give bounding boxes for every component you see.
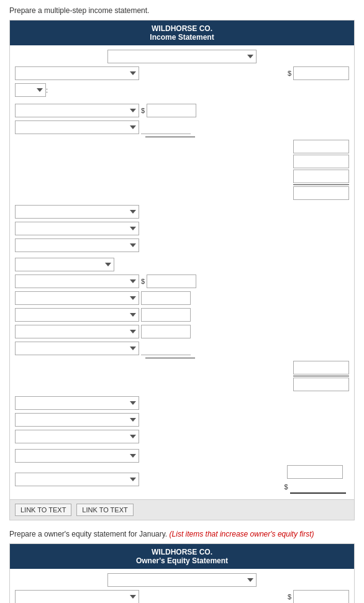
select-row6[interactable] <box>15 222 139 235</box>
row-16 <box>15 429 349 444</box>
right-input-5[interactable] <box>293 361 349 374</box>
select-row13[interactable] <box>15 342 139 355</box>
select-row7[interactable] <box>15 238 139 252</box>
select-row1[interactable] <box>15 66 139 80</box>
income-statement-buttons: LINK TO TEXT LINK TO TEXT <box>10 499 354 520</box>
row-9: $ <box>15 274 349 289</box>
select-row8[interactable] <box>15 258 114 271</box>
link-to-text-btn-1[interactable]: LINK TO TEXT <box>15 504 71 516</box>
row-4 <box>15 120 349 135</box>
row-12 <box>15 324 349 339</box>
header-period-row <box>15 49 349 64</box>
equity-period-dropdown[interactable] <box>107 573 257 587</box>
dollar-row9: $ <box>141 278 145 285</box>
right-input-1[interactable] <box>293 140 349 153</box>
row-3: $ <box>15 103 349 118</box>
equity-header-period-row <box>15 573 349 587</box>
input-row11[interactable] <box>141 308 191 322</box>
select-row15[interactable] <box>15 413 139 427</box>
eq-dollar-row1: $ <box>288 593 291 601</box>
instruction-2: Prepare a owner's equity statement for J… <box>9 530 355 538</box>
select-row9[interactable] <box>15 274 139 288</box>
select-row10[interactable] <box>15 291 139 305</box>
input-row3[interactable] <box>147 104 196 117</box>
row-17 <box>15 448 349 463</box>
divider-row4 <box>15 137 349 137</box>
select-row5[interactable] <box>15 205 139 219</box>
eq-select-row1[interactable] <box>15 590 139 603</box>
input-row12[interactable] <box>141 325 191 338</box>
dollar-row3: $ <box>141 107 145 114</box>
right-input-3[interactable] <box>293 170 349 183</box>
input-row13[interactable] <box>141 342 191 355</box>
row-8 <box>15 257 349 272</box>
right-input-8[interactable] <box>290 480 346 494</box>
row-18: $ <box>15 465 349 494</box>
eq-input-row1[interactable] <box>293 590 349 603</box>
colon-row2: : <box>46 86 48 94</box>
eq-row-1: $ <box>15 589 349 603</box>
row-15 <box>15 412 349 427</box>
row-5 <box>15 204 349 219</box>
select-narrow-row2[interactable] <box>15 83 46 97</box>
input-row1[interactable] <box>293 66 349 80</box>
row-11 <box>15 307 349 322</box>
dollar-row1: $ <box>288 70 291 77</box>
right-stack-2 <box>15 361 349 391</box>
income-statement-header: WILDHORSE CO. Income Statement <box>10 20 354 45</box>
select-row18[interactable] <box>15 473 139 486</box>
instruction-1: Prepare a multiple-step income statement… <box>9 6 355 15</box>
select-row17[interactable] <box>15 449 139 463</box>
equity-statement-title: Owner's Equity Statement <box>15 556 349 565</box>
equity-statement-box: WILDHORSE CO. Owner's Equity Statement $ <box>9 543 355 603</box>
right-input-2[interactable] <box>293 155 349 168</box>
divider-mid <box>15 358 349 358</box>
row-7 <box>15 238 349 253</box>
select-row3[interactable] <box>15 104 139 117</box>
select-row14[interactable] <box>15 396 139 410</box>
right-input-7[interactable] <box>287 465 343 479</box>
right-input-4[interactable] <box>293 186 349 200</box>
right-stack-section <box>15 140 349 200</box>
equity-company-name: WILDHORSE CO. <box>15 548 349 556</box>
instruction-2-highlight: (List items that increase owner's equity… <box>170 530 314 538</box>
select-row4[interactable] <box>15 120 139 134</box>
right-input-6[interactable] <box>293 378 349 391</box>
link-to-text-btn-2[interactable]: LINK TO TEXT <box>76 504 133 516</box>
select-row16[interactable] <box>15 430 139 443</box>
input-row9[interactable] <box>147 274 196 288</box>
row-10 <box>15 291 349 306</box>
input-row10[interactable] <box>141 291 191 305</box>
equity-statement-header: WILDHORSE CO. Owner's Equity Statement <box>10 544 354 569</box>
row-1: $ <box>15 66 349 81</box>
period-dropdown[interactable] <box>107 50 257 63</box>
row-14 <box>15 396 349 410</box>
income-statement-box: WILDHORSE CO. Income Statement $ <box>9 20 355 520</box>
company-name: WILDHORSE CO. <box>15 24 349 33</box>
row-6 <box>15 221 349 236</box>
dollar-row18: $ <box>284 483 288 491</box>
select-row11[interactable] <box>15 308 139 322</box>
row-2: : <box>15 83 349 97</box>
select-row12[interactable] <box>15 325 139 338</box>
statement-title: Income Statement <box>15 33 349 42</box>
row-13 <box>15 341 349 356</box>
input-row4[interactable] <box>141 120 191 134</box>
